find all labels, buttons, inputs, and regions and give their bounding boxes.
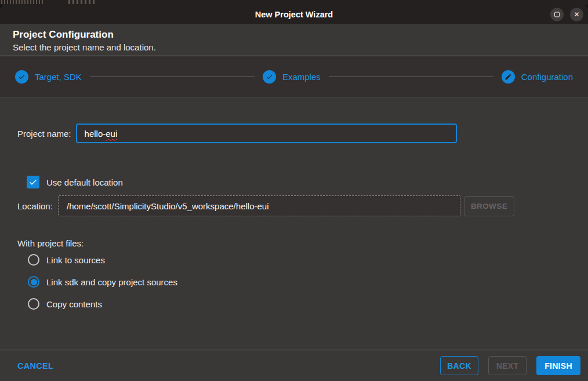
- step-examples[interactable]: Examples: [263, 70, 321, 84]
- close-button[interactable]: ✕: [570, 8, 583, 21]
- check-icon: [266, 73, 273, 81]
- wizard-footer: CANCEL BACK NEXT FINISH: [0, 350, 588, 381]
- with-project-files-label: With project files:: [17, 238, 588, 248]
- step-label: Examples: [282, 72, 321, 82]
- radio-unselected-icon[interactable]: [28, 298, 39, 310]
- step-complete-icon-wrap: [15, 70, 28, 84]
- step-configuration[interactable]: Configuration: [502, 70, 573, 84]
- browse-button[interactable]: BROWSE: [464, 196, 514, 216]
- new-project-wizard-dialog: New Project Wizard ✕ Project Configurati…: [0, 5, 588, 381]
- location-input[interactable]: /home/scott/SimplicityStudio/v5_workspac…: [58, 195, 460, 216]
- step-current-icon-wrap: [502, 70, 515, 84]
- radio-label: Link to sources: [46, 255, 105, 265]
- back-button[interactable]: BACK: [440, 356, 478, 375]
- radio-selected-icon[interactable]: [28, 276, 39, 288]
- check-icon: [28, 177, 38, 187]
- next-button[interactable]: NEXT: [488, 356, 527, 375]
- background-app-sliver: [0, 0, 588, 5]
- wizard-header: Project Configuration Select the project…: [0, 24, 588, 56]
- titlebar: New Project Wizard ✕: [0, 5, 588, 24]
- pencil-icon: [504, 73, 512, 81]
- step-label: Target, SDK: [35, 72, 82, 82]
- location-label: Location:: [17, 201, 58, 211]
- project-name-input[interactable]: hello-eui: [76, 124, 457, 143]
- finish-button[interactable]: FINISH: [536, 356, 580, 375]
- maximize-button[interactable]: [550, 8, 564, 21]
- step-complete-icon-wrap: [263, 70, 276, 84]
- window-controls: ✕: [550, 8, 583, 21]
- background-toolbar-fragment: [1, 0, 43, 4]
- use-default-location-label: Use default location: [46, 177, 123, 187]
- use-default-location-row[interactable]: Use default location: [27, 176, 588, 188]
- stepper-connector: [90, 77, 255, 77]
- location-row: Location: /home/scott/SimplicityStudio/v…: [17, 195, 588, 216]
- project-name-row: Project name: hello-eui: [17, 124, 588, 143]
- page-title: Project Configuration: [13, 29, 588, 41]
- background-menu-fragment: [68, 0, 96, 4]
- project-name-value-prefix: hello-: [85, 129, 106, 139]
- radio-label: Link sdk and copy project sources: [46, 277, 177, 287]
- cancel-button[interactable]: CANCEL: [17, 361, 53, 371]
- maximize-icon: [554, 12, 560, 17]
- radio-link-sdk-copy-sources[interactable]: Link sdk and copy project sources: [28, 276, 588, 288]
- radio-label: Copy contents: [46, 299, 102, 309]
- checkbox-checked-icon[interactable]: [27, 176, 39, 188]
- step-label: Configuration: [521, 72, 573, 82]
- close-icon: ✕: [574, 11, 579, 18]
- wizard-content: Project name: hello-eui Use default loca…: [0, 98, 588, 350]
- wizard-stepper: Target, SDK Examples Configuration: [0, 56, 588, 98]
- step-target-sdk[interactable]: Target, SDK: [15, 70, 82, 84]
- project-name-value-misspelled: eui: [106, 129, 117, 139]
- radio-link-to-sources[interactable]: Link to sources: [28, 254, 588, 266]
- window-title: New Project Wizard: [255, 10, 333, 19]
- radio-unselected-icon[interactable]: [28, 254, 39, 266]
- project-name-label: Project name:: [17, 129, 71, 139]
- stepper-connector: [329, 77, 493, 77]
- check-icon: [18, 73, 26, 81]
- page-subtitle: Select the project name and location.: [13, 42, 588, 52]
- radio-copy-contents[interactable]: Copy contents: [28, 298, 588, 310]
